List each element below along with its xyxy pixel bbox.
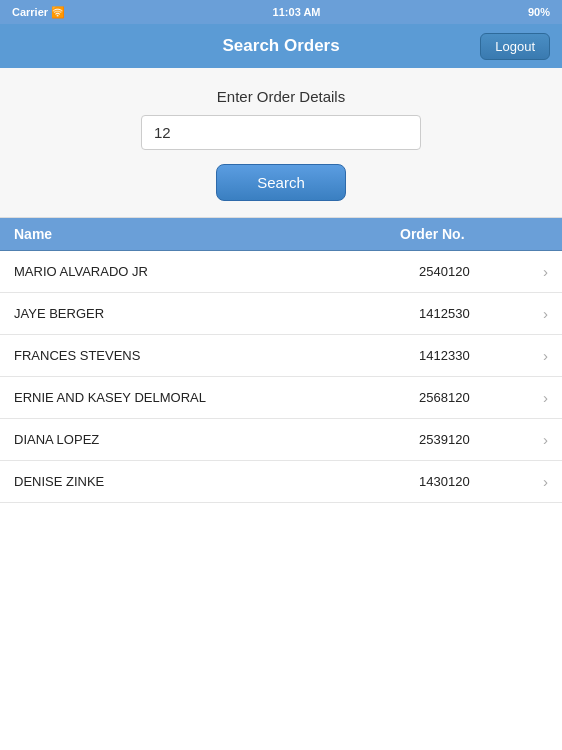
row-order: 2540120	[419, 264, 539, 279]
battery-label: 90%	[528, 6, 550, 18]
row-name: DENISE ZINKE	[14, 474, 419, 489]
time-label: 11:03 AM	[273, 6, 321, 18]
row-name: FRANCES STEVENS	[14, 348, 419, 363]
chevron-right-icon: ›	[543, 389, 548, 406]
chevron-right-icon: ›	[543, 431, 548, 448]
header-name-col: Name	[14, 226, 400, 242]
content-area: Enter Order Details Search Name Order No…	[0, 68, 562, 750]
row-name: ERNIE AND KASEY DELMORAL	[14, 390, 419, 405]
chevron-right-icon: ›	[543, 305, 548, 322]
row-order: 2568120	[419, 390, 539, 405]
row-order: 1412330	[419, 348, 539, 363]
form-label: Enter Order Details	[16, 88, 546, 105]
table-row[interactable]: MARIO ALVARADO JR 2540120 ›	[0, 251, 562, 293]
results-table: Name Order No. MARIO ALVARADO JR 2540120…	[0, 218, 562, 750]
table-row[interactable]: ERNIE AND KASEY DELMORAL 2568120 ›	[0, 377, 562, 419]
nav-title: Search Orders	[82, 36, 480, 56]
order-search-input[interactable]	[141, 115, 421, 150]
row-name: JAYE BERGER	[14, 306, 419, 321]
chevron-right-icon: ›	[543, 263, 548, 280]
row-name: MARIO ALVARADO JR	[14, 264, 419, 279]
header-order-col: Order No.	[400, 226, 530, 242]
table-row[interactable]: DENISE ZINKE 1430120 ›	[0, 461, 562, 503]
table-header: Name Order No.	[0, 218, 562, 251]
form-section: Enter Order Details Search	[0, 68, 562, 218]
search-button[interactable]: Search	[216, 164, 346, 201]
table-row[interactable]: FRANCES STEVENS 1412330 ›	[0, 335, 562, 377]
logout-button[interactable]: Logout	[480, 33, 550, 60]
nav-bar: Search Orders Logout	[0, 24, 562, 68]
chevron-right-icon: ›	[543, 347, 548, 364]
row-order: 1412530	[419, 306, 539, 321]
table-body: MARIO ALVARADO JR 2540120 › JAYE BERGER …	[0, 251, 562, 503]
table-row[interactable]: DIANA LOPEZ 2539120 ›	[0, 419, 562, 461]
status-bar: Carrier 🛜 11:03 AM 90%	[0, 0, 562, 24]
row-order: 1430120	[419, 474, 539, 489]
table-row[interactable]: JAYE BERGER 1412530 ›	[0, 293, 562, 335]
carrier-label: Carrier 🛜	[12, 6, 65, 19]
row-order: 2539120	[419, 432, 539, 447]
row-name: DIANA LOPEZ	[14, 432, 419, 447]
chevron-right-icon: ›	[543, 473, 548, 490]
